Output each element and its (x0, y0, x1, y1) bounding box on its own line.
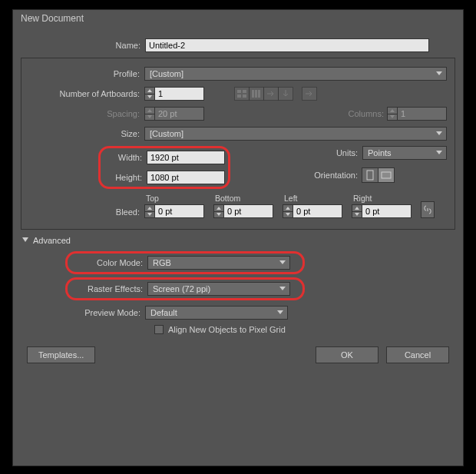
stepper-icon[interactable] (352, 204, 362, 218)
arrow-right-icon (263, 87, 279, 101)
bleed-bottom-stepper[interactable] (213, 204, 273, 218)
height-input[interactable] (147, 171, 225, 184)
svg-rect-1 (243, 90, 246, 93)
columns-stepper (387, 107, 447, 121)
stepper-icon[interactable] (144, 87, 155, 101)
bleed-top-col: Top (144, 194, 204, 218)
dialog-footer: Templates... OK Cancel (21, 346, 455, 363)
bleed-bottom-input[interactable] (224, 204, 273, 218)
advanced-header[interactable]: Advanced (22, 236, 455, 245)
columns-input (398, 107, 447, 121)
chevron-down-icon (275, 308, 286, 317)
svg-rect-6 (258, 90, 260, 98)
name-label: Name: (21, 41, 145, 50)
units-select[interactable]: Points (362, 146, 447, 160)
artboard-arrange-group (235, 87, 293, 101)
profile-label: Profile: (29, 69, 144, 78)
bleed-right-stepper[interactable] (352, 204, 412, 218)
bleed-left-stepper[interactable] (283, 204, 342, 218)
svg-rect-3 (243, 94, 246, 98)
raster-value: Screen (72 ppi) (153, 284, 210, 293)
width-height-highlight: Width: Height: (98, 146, 230, 189)
link-icon[interactable] (421, 201, 435, 218)
stepper-icon (144, 107, 155, 121)
svg-rect-0 (237, 90, 241, 93)
ok-button[interactable]: OK (316, 346, 378, 363)
color-mode-value: RGB (153, 258, 171, 267)
bleed-right-input[interactable] (362, 204, 412, 218)
templates-button[interactable]: Templates... (27, 346, 95, 363)
preview-select[interactable]: Default (145, 306, 288, 320)
preview-label: Preview Mode: (21, 308, 145, 317)
stepper-icon[interactable] (213, 204, 224, 218)
bleed-top-input[interactable] (155, 204, 204, 218)
columns-label: Columns: (349, 109, 387, 118)
main-panel: Profile: [Custom] Number of Artboards: (21, 58, 455, 230)
bleed-bottom-col: Bottom (213, 194, 273, 218)
advanced-label: Advanced (33, 236, 71, 245)
name-input[interactable] (145, 38, 429, 52)
chevron-down-icon (277, 284, 288, 293)
checkbox-icon[interactable] (154, 325, 164, 334)
grid-col-icon (249, 87, 264, 101)
width-label: Width: (104, 153, 147, 162)
grid-row-icon (234, 87, 250, 101)
svg-rect-8 (382, 172, 391, 178)
profile-select[interactable]: [Custom] (144, 67, 447, 81)
size-label: Size: (29, 129, 144, 138)
chevron-down-icon (434, 148, 445, 157)
bleed-top-stepper[interactable] (144, 204, 204, 218)
artboards-label: Number of Artboards: (29, 89, 144, 98)
raster-label: Raster Effects: (71, 284, 147, 293)
svg-rect-2 (237, 94, 241, 98)
raster-select[interactable]: Screen (72 ppi) (147, 282, 290, 296)
spacing-stepper (144, 107, 204, 121)
align-checkbox-label: Align New Objects to Pixel Grid (168, 325, 286, 334)
chevron-down-icon (277, 258, 288, 267)
profile-value: [Custom] (150, 69, 183, 78)
color-mode-label: Color Mode: (71, 258, 147, 267)
bleed-left-col: Left (283, 194, 342, 218)
preview-value: Default (150, 308, 177, 317)
bleed-left-input[interactable] (293, 204, 342, 218)
color-mode-select[interactable]: RGB (147, 256, 290, 270)
orientation-landscape[interactable] (378, 167, 395, 183)
arrow-down-icon (278, 87, 293, 101)
spacing-input (155, 107, 204, 121)
stepper-icon[interactable] (144, 204, 155, 218)
arrange-dir-icon (302, 87, 317, 101)
svg-rect-5 (255, 90, 257, 98)
bleed-top-label: Top (144, 194, 204, 203)
width-input[interactable] (147, 151, 225, 164)
bleed-right-col: Right (352, 194, 412, 218)
align-checkbox-row[interactable]: Align New Objects to Pixel Grid (154, 325, 455, 334)
orientation-portrait[interactable] (362, 167, 378, 183)
bleed-bottom-label: Bottom (213, 194, 273, 203)
height-label: Height: (104, 173, 147, 182)
size-value: [Custom] (150, 129, 183, 138)
cancel-button[interactable]: Cancel (386, 346, 449, 363)
dialog-content: Name: Profile: [Custom] Number of Artboa… (13, 28, 463, 371)
bleed-label: Bleed: (29, 207, 144, 218)
orientation-label: Orientation: (301, 171, 362, 180)
svg-rect-7 (367, 171, 373, 180)
artboards-input[interactable] (155, 87, 204, 101)
svg-rect-4 (252, 90, 254, 98)
color-mode-highlight: Color Mode: RGB (65, 251, 305, 274)
units-label: Units: (301, 148, 362, 157)
size-select[interactable]: [Custom] (144, 127, 447, 141)
units-value: Points (368, 148, 392, 157)
stepper-icon[interactable] (283, 204, 293, 218)
dialog-title: New Document (13, 10, 463, 28)
stepper-icon (387, 107, 398, 121)
raster-highlight: Raster Effects: Screen (72 ppi) (65, 277, 305, 300)
bleed-left-label: Left (283, 194, 342, 203)
bleed-right-label: Right (352, 194, 412, 203)
expand-triangle-icon (22, 236, 28, 245)
spacing-label: Spacing: (29, 109, 144, 118)
artboards-stepper[interactable] (144, 87, 204, 101)
chevron-down-icon (434, 69, 445, 78)
dialog-window: New Document Name: Profile: [Custom] Num… (12, 9, 464, 466)
chevron-down-icon (434, 129, 445, 138)
